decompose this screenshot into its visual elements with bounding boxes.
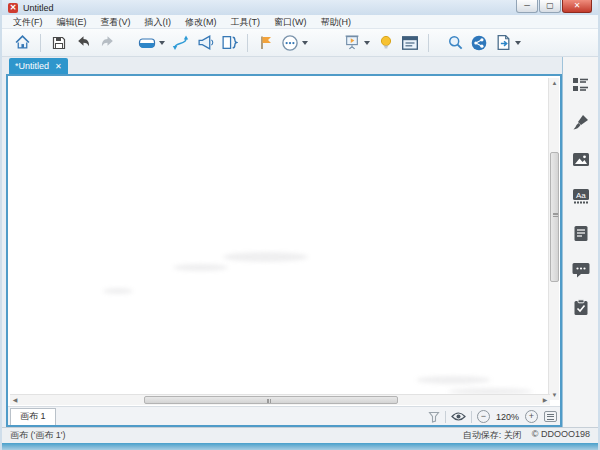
sidebar-item-picture[interactable] xyxy=(569,147,593,171)
toolbar xyxy=(2,29,598,57)
horizontal-scroll-thumb[interactable] xyxy=(144,396,398,404)
app-logo-icon: ✕ xyxy=(8,3,18,13)
menu-view[interactable]: 查看(V) xyxy=(94,15,138,29)
status-copyright: © DDOOO198 xyxy=(532,429,590,442)
statusbar: 画布 ('画布 1') 自动保存: 关闭 © DDOOO198 xyxy=(2,427,598,443)
sidebar-item-outline[interactable] xyxy=(569,73,593,97)
maximize-button[interactable]: ▢ xyxy=(539,0,561,13)
undo-icon xyxy=(75,34,92,51)
horizontal-scrollbar[interactable]: ◀ ▶ xyxy=(10,394,550,405)
notes-window-icon xyxy=(401,35,419,51)
share-button[interactable] xyxy=(467,31,491,55)
fit-page-icon[interactable] xyxy=(544,411,557,422)
scroll-up-icon[interactable]: ▲ xyxy=(549,78,560,88)
markers-dropdown-caret[interactable] xyxy=(302,41,308,45)
menu-insert[interactable]: 插入(I) xyxy=(138,15,179,29)
canvas-smudge xyxy=(173,264,228,271)
canvas-smudge xyxy=(223,252,308,262)
sidebar-item-format[interactable] xyxy=(569,110,593,134)
export-dropdown-caret[interactable] xyxy=(515,41,521,45)
home-icon xyxy=(14,34,31,51)
note-icon xyxy=(573,225,589,242)
zoom-out-button[interactable]: − xyxy=(477,410,490,423)
drawing-canvas[interactable]: ▲ ▼ ◀ ▶ 画布 1 − 120% + xyxy=(6,74,562,427)
lightbulb-icon xyxy=(378,34,394,51)
font-icon: Aa xyxy=(572,188,590,204)
window-bottom-edge xyxy=(2,443,598,450)
status-canvas-name: 画布 ('画布 1') xyxy=(10,429,65,442)
zoom-controls: − 120% + xyxy=(428,407,557,426)
outline-icon xyxy=(572,77,590,93)
more-markers-button[interactable] xyxy=(278,31,302,55)
scroll-left-icon[interactable]: ◀ xyxy=(10,395,20,406)
presentation-button[interactable] xyxy=(340,31,364,55)
format-brush-icon xyxy=(572,113,590,131)
eye-icon[interactable] xyxy=(451,411,466,422)
canvas-sheet-tab[interactable]: 画布 1 xyxy=(10,408,56,425)
flag-icon xyxy=(258,34,274,51)
sidebar-item-font[interactable]: Aa xyxy=(569,184,593,208)
home-button[interactable] xyxy=(10,31,34,55)
sidebar-item-note[interactable] xyxy=(569,221,593,245)
minimize-button[interactable]: ─ xyxy=(516,0,538,13)
toolbar-separator xyxy=(40,34,41,52)
tab-untitled[interactable]: *Untitled ✕ xyxy=(9,58,68,74)
canvas-smudge xyxy=(416,376,491,384)
picture-icon xyxy=(572,152,590,167)
presentation-dropdown-caret[interactable] xyxy=(364,41,370,45)
menu-edit[interactable]: 编辑(E) xyxy=(50,15,94,29)
redo-button[interactable] xyxy=(95,31,119,55)
status-autosave: 自动保存: 关闭 xyxy=(463,429,522,442)
app-window: ✕ Untitled ─ ▢ ✕ 文件(F) 编辑(E) 查看(V) 插入(I)… xyxy=(0,0,600,450)
menu-help[interactable]: 帮助(H) xyxy=(314,15,359,29)
sidebar-item-task[interactable] xyxy=(569,295,593,319)
sidebar-item-comment[interactable] xyxy=(569,258,593,282)
svg-text:Aa: Aa xyxy=(576,191,586,200)
filter-funnel-icon[interactable] xyxy=(428,411,440,423)
scroll-right-icon[interactable]: ▶ xyxy=(540,395,550,406)
summary-button[interactable] xyxy=(217,31,241,55)
canvas-smudge xyxy=(103,288,133,294)
topic-dropdown-caret[interactable] xyxy=(159,41,165,45)
right-sidebar: Aa xyxy=(562,57,598,427)
scroll-down-icon[interactable]: ▼ xyxy=(549,390,560,400)
zoom-in-button[interactable]: + xyxy=(525,410,538,423)
topic-button[interactable] xyxy=(135,31,159,55)
zoom-level[interactable]: 120% xyxy=(496,412,519,422)
presentation-icon xyxy=(343,34,361,51)
window-title: Untitled xyxy=(23,3,54,13)
relationship-button[interactable] xyxy=(169,31,193,55)
tab-close-icon[interactable]: ✕ xyxy=(55,62,62,71)
flag-marker-button[interactable] xyxy=(254,31,278,55)
toolbar-separator xyxy=(428,34,429,52)
vertical-scroll-thumb[interactable] xyxy=(550,152,559,282)
save-button[interactable] xyxy=(47,31,71,55)
notes-window-button[interactable] xyxy=(398,31,422,55)
task-clipboard-icon xyxy=(573,299,589,316)
search-button[interactable] xyxy=(443,31,467,55)
export-button[interactable] xyxy=(491,31,515,55)
menubar: 文件(F) 编辑(E) 查看(V) 插入(I) 修改(M) 工具(T) 窗口(W… xyxy=(2,15,598,29)
vertical-scrollbar[interactable]: ▲ ▼ xyxy=(548,78,559,400)
menu-window[interactable]: 窗口(W) xyxy=(267,15,314,29)
tab-label: *Untitled xyxy=(15,61,49,71)
summary-brace-icon xyxy=(221,34,238,51)
window-controls: ─ ▢ ✕ xyxy=(515,0,592,13)
export-icon xyxy=(495,34,512,51)
callout-button[interactable] xyxy=(193,31,217,55)
callout-megaphone-icon xyxy=(197,34,214,51)
menu-modify[interactable]: 修改(M) xyxy=(178,15,224,29)
save-icon xyxy=(51,35,67,51)
titlebar: ✕ Untitled ─ ▢ ✕ xyxy=(2,0,598,15)
topic-shape-icon xyxy=(138,35,156,51)
redo-icon xyxy=(99,34,116,51)
document-tabbar: *Untitled ✕ xyxy=(2,57,598,74)
brainstorming-button[interactable] xyxy=(374,31,398,55)
share-icon xyxy=(470,34,488,52)
menu-tools[interactable]: 工具(T) xyxy=(224,15,268,29)
close-button[interactable]: ✕ xyxy=(562,0,592,13)
undo-button[interactable] xyxy=(71,31,95,55)
menu-file[interactable]: 文件(F) xyxy=(6,15,50,29)
canvas-tabbar: 画布 1 − 120% + xyxy=(8,406,560,425)
relationship-icon xyxy=(172,34,190,51)
